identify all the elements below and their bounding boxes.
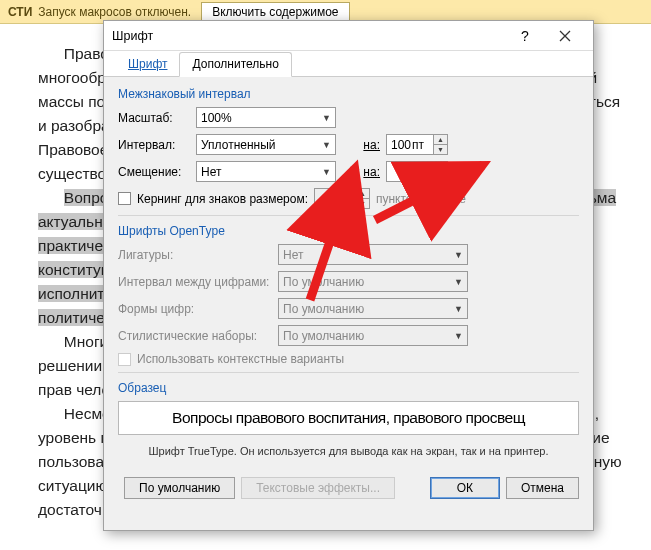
font-dialog: Шрифт ? Шрифт Дополнительно Межзнаковый … bbox=[103, 20, 594, 531]
interval-combo[interactable]: Уплотненный▼ bbox=[196, 134, 336, 155]
cancel-button[interactable]: Отмена bbox=[506, 477, 579, 499]
ligatures-label: Лигатуры: bbox=[118, 248, 278, 262]
scale-label: Масштаб: bbox=[118, 111, 196, 125]
contextual-checkbox bbox=[118, 353, 131, 366]
numspacing-combo: По умолчанию▼ bbox=[278, 271, 468, 292]
position-by-spinner[interactable]: ▲▼ bbox=[434, 161, 448, 182]
ligatures-combo: Нет▼ bbox=[278, 244, 468, 265]
dialog-button-bar: По умолчанию Текстовые эффекты... ОК Отм… bbox=[104, 477, 593, 511]
kerning-checkbox[interactable] bbox=[118, 192, 131, 205]
set-default-button[interactable]: По умолчанию bbox=[124, 477, 235, 499]
interval-by-input[interactable]: 100пт bbox=[386, 134, 434, 155]
numforms-combo: По умолчанию▼ bbox=[278, 298, 468, 319]
contextual-label: Использовать контекстные варианты bbox=[137, 352, 344, 366]
group-spacing: Межзнаковый интервал bbox=[118, 87, 579, 101]
group-opentype: Шрифты OpenType bbox=[118, 224, 579, 238]
chevron-down-icon: ▼ bbox=[450, 250, 463, 260]
stylesets-combo: По умолчанию▼ bbox=[278, 325, 468, 346]
chevron-down-icon: ▼ bbox=[318, 167, 331, 177]
numforms-label: Формы цифр: bbox=[118, 302, 278, 316]
text-effects-button: Текстовые эффекты... bbox=[241, 477, 395, 499]
dialog-tabs: Шрифт Дополнительно bbox=[104, 51, 593, 77]
security-text: Запуск макросов отключен. bbox=[38, 5, 191, 19]
stylesets-label: Стилистические наборы: bbox=[118, 329, 278, 343]
tab-font[interactable]: Шрифт bbox=[116, 53, 179, 76]
kerning-size-spinner: ▲▼ bbox=[356, 188, 370, 209]
preview-box: Вопросы правового воспитания, правового … bbox=[118, 401, 579, 435]
position-combo[interactable]: Нет▼ bbox=[196, 161, 336, 182]
numspacing-label: Интервал между цифрами: bbox=[118, 275, 278, 289]
interval-by-label: на: bbox=[352, 138, 380, 152]
tab-advanced[interactable]: Дополнительно bbox=[179, 52, 291, 77]
chevron-down-icon: ▼ bbox=[318, 113, 331, 123]
chevron-down-icon: ▼ bbox=[450, 304, 463, 314]
enable-content-button[interactable]: Включить содержимое bbox=[201, 2, 349, 22]
kerning-unit: пунктов и более bbox=[376, 192, 466, 206]
chevron-down-icon: ▼ bbox=[318, 140, 331, 150]
preview-note: Шрифт TrueType. Он используется для выво… bbox=[118, 445, 579, 457]
dialog-titlebar: Шрифт ? bbox=[104, 21, 593, 51]
interval-label: Интервал: bbox=[118, 138, 196, 152]
chevron-down-icon: ▼ bbox=[450, 277, 463, 287]
group-preview: Образец bbox=[118, 381, 579, 395]
chevron-down-icon: ▼ bbox=[450, 331, 463, 341]
position-by-input[interactable] bbox=[386, 161, 434, 182]
kerning-size-input bbox=[314, 188, 356, 209]
help-button[interactable]: ? bbox=[505, 21, 545, 51]
security-label: СТИ bbox=[8, 5, 32, 19]
scale-combo[interactable]: 100%▼ bbox=[196, 107, 336, 128]
dialog-title: Шрифт bbox=[112, 29, 505, 43]
interval-by-spinner[interactable]: ▲▼ bbox=[434, 134, 448, 155]
close-button[interactable] bbox=[545, 21, 585, 51]
position-by-label: на: bbox=[352, 165, 380, 179]
position-label: Смещение: bbox=[118, 165, 196, 179]
ok-button[interactable]: ОК bbox=[430, 477, 500, 499]
kerning-label: Кернинг для знаков размером: bbox=[137, 192, 308, 206]
